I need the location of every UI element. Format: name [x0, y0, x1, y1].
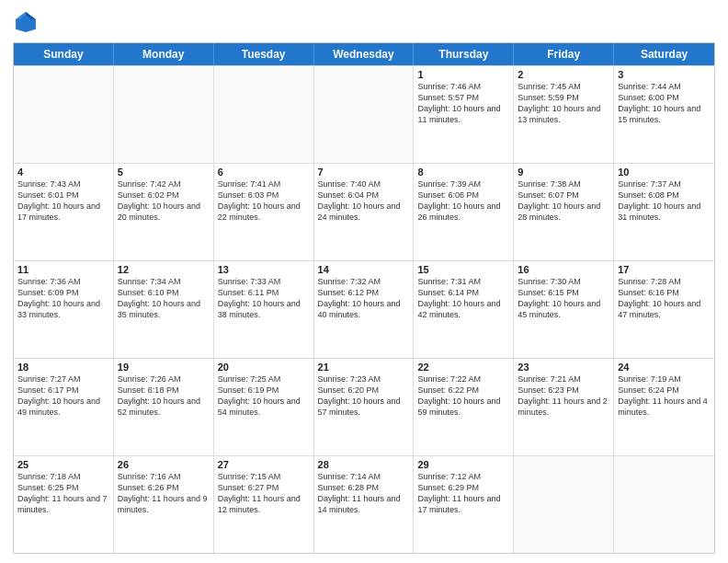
calendar-row-2: 11Sunrise: 7:36 AM Sunset: 6:09 PM Dayli…	[14, 260, 714, 358]
day-number: 9	[518, 167, 609, 178]
day-cell-12: 12Sunrise: 7:34 AM Sunset: 6:10 PM Dayli…	[114, 261, 214, 358]
day-info: Sunrise: 7:16 AM Sunset: 6:26 PM Dayligh…	[118, 471, 210, 516]
calendar-row-0: 1Sunrise: 7:46 AM Sunset: 5:57 PM Daylig…	[14, 65, 714, 163]
day-number: 2	[518, 69, 609, 80]
empty-cell-4-5	[514, 456, 614, 553]
day-number: 26	[118, 459, 210, 470]
svg-marker-0	[16, 12, 36, 32]
day-cell-23: 23Sunrise: 7:21 AM Sunset: 6:23 PM Dayli…	[514, 359, 614, 455]
day-cell-28: 28Sunrise: 7:14 AM Sunset: 6:28 PM Dayli…	[314, 456, 415, 553]
day-cell-8: 8Sunrise: 7:39 AM Sunset: 6:06 PM Daylig…	[414, 164, 514, 260]
day-info: Sunrise: 7:27 AM Sunset: 6:17 PM Dayligh…	[17, 373, 109, 419]
day-number: 6	[218, 167, 310, 178]
day-info: Sunrise: 7:30 AM Sunset: 6:15 PM Dayligh…	[518, 276, 609, 321]
day-cell-11: 11Sunrise: 7:36 AM Sunset: 6:09 PM Dayli…	[14, 261, 114, 358]
logo	[13, 9, 42, 35]
day-number: 3	[618, 69, 711, 80]
day-cell-15: 15Sunrise: 7:31 AM Sunset: 6:14 PM Dayli…	[414, 261, 514, 358]
day-number: 27	[218, 459, 310, 470]
page: SundayMondayTuesdayWednesdayThursdayFrid…	[0, 0, 728, 563]
day-cell-2: 2Sunrise: 7:45 AM Sunset: 5:59 PM Daylig…	[514, 66, 614, 163]
day-cell-20: 20Sunrise: 7:25 AM Sunset: 6:19 PM Dayli…	[214, 359, 314, 455]
day-number: 5	[118, 167, 210, 178]
day-info: Sunrise: 7:34 AM Sunset: 6:10 PM Dayligh…	[118, 276, 210, 321]
day-cell-22: 22Sunrise: 7:22 AM Sunset: 6:22 PM Dayli…	[414, 359, 514, 455]
day-info: Sunrise: 7:14 AM Sunset: 6:28 PM Dayligh…	[318, 471, 410, 516]
day-cell-17: 17Sunrise: 7:28 AM Sunset: 6:16 PM Dayli…	[614, 261, 714, 358]
day-number: 15	[417, 264, 509, 275]
day-info: Sunrise: 7:26 AM Sunset: 6:18 PM Dayligh…	[118, 373, 210, 419]
day-number: 19	[118, 362, 210, 373]
day-cell-18: 18Sunrise: 7:27 AM Sunset: 6:17 PM Dayli…	[14, 359, 114, 455]
calendar-header: SundayMondayTuesdayWednesdayThursdayFrid…	[14, 43, 714, 65]
day-cell-3: 3Sunrise: 7:44 AM Sunset: 6:00 PM Daylig…	[614, 66, 714, 163]
day-cell-24: 24Sunrise: 7:19 AM Sunset: 6:24 PM Dayli…	[614, 359, 714, 455]
logo-icon	[13, 9, 39, 35]
day-cell-13: 13Sunrise: 7:33 AM Sunset: 6:11 PM Dayli…	[214, 261, 314, 358]
day-number: 16	[518, 264, 609, 275]
day-number: 11	[17, 264, 109, 275]
calendar-row-1: 4Sunrise: 7:43 AM Sunset: 6:01 PM Daylig…	[14, 163, 714, 260]
day-cell-19: 19Sunrise: 7:26 AM Sunset: 6:18 PM Dayli…	[114, 359, 214, 455]
day-info: Sunrise: 7:18 AM Sunset: 6:25 PM Dayligh…	[17, 471, 109, 516]
header	[13, 9, 715, 35]
day-number: 8	[417, 167, 509, 178]
day-number: 14	[318, 264, 410, 275]
day-info: Sunrise: 7:12 AM Sunset: 6:29 PM Dayligh…	[417, 471, 509, 516]
day-cell-16: 16Sunrise: 7:30 AM Sunset: 6:15 PM Dayli…	[514, 261, 614, 358]
day-cell-25: 25Sunrise: 7:18 AM Sunset: 6:25 PM Dayli…	[14, 456, 114, 553]
day-cell-21: 21Sunrise: 7:23 AM Sunset: 6:20 PM Dayli…	[314, 359, 415, 455]
day-info: Sunrise: 7:46 AM Sunset: 5:57 PM Dayligh…	[417, 81, 509, 126]
calendar: SundayMondayTuesdayWednesdayThursdayFrid…	[13, 42, 715, 554]
day-info: Sunrise: 7:36 AM Sunset: 6:09 PM Dayligh…	[17, 276, 109, 321]
day-cell-10: 10Sunrise: 7:37 AM Sunset: 6:08 PM Dayli…	[614, 164, 714, 260]
day-number: 4	[17, 167, 109, 178]
day-number: 24	[618, 362, 711, 373]
day-info: Sunrise: 7:39 AM Sunset: 6:06 PM Dayligh…	[417, 178, 509, 224]
day-cell-26: 26Sunrise: 7:16 AM Sunset: 6:26 PM Dayli…	[114, 456, 214, 553]
day-cell-7: 7Sunrise: 7:40 AM Sunset: 6:04 PM Daylig…	[314, 164, 415, 260]
header-day-friday: Friday	[514, 43, 614, 65]
day-info: Sunrise: 7:28 AM Sunset: 6:16 PM Dayligh…	[618, 276, 711, 321]
day-info: Sunrise: 7:40 AM Sunset: 6:04 PM Dayligh…	[318, 178, 410, 224]
header-day-sunday: Sunday	[14, 43, 114, 65]
day-number: 22	[417, 362, 509, 373]
day-info: Sunrise: 7:19 AM Sunset: 6:24 PM Dayligh…	[618, 373, 711, 419]
day-cell-6: 6Sunrise: 7:41 AM Sunset: 6:03 PM Daylig…	[214, 164, 314, 260]
day-cell-9: 9Sunrise: 7:38 AM Sunset: 6:07 PM Daylig…	[514, 164, 614, 260]
day-number: 23	[518, 362, 609, 373]
calendar-body: 1Sunrise: 7:46 AM Sunset: 5:57 PM Daylig…	[14, 65, 714, 553]
day-info: Sunrise: 7:21 AM Sunset: 6:23 PM Dayligh…	[518, 373, 609, 419]
day-info: Sunrise: 7:43 AM Sunset: 6:01 PM Dayligh…	[17, 178, 109, 224]
day-info: Sunrise: 7:45 AM Sunset: 5:59 PM Dayligh…	[518, 81, 609, 126]
day-info: Sunrise: 7:33 AM Sunset: 6:11 PM Dayligh…	[218, 276, 310, 321]
day-number: 25	[17, 459, 109, 470]
day-info: Sunrise: 7:44 AM Sunset: 6:00 PM Dayligh…	[618, 81, 711, 126]
day-cell-4: 4Sunrise: 7:43 AM Sunset: 6:01 PM Daylig…	[14, 164, 114, 260]
day-cell-5: 5Sunrise: 7:42 AM Sunset: 6:02 PM Daylig…	[114, 164, 214, 260]
day-number: 18	[17, 362, 109, 373]
day-number: 29	[417, 459, 509, 470]
day-info: Sunrise: 7:41 AM Sunset: 6:03 PM Dayligh…	[218, 178, 310, 224]
day-info: Sunrise: 7:22 AM Sunset: 6:22 PM Dayligh…	[417, 373, 509, 419]
day-number: 10	[618, 167, 711, 178]
day-cell-1: 1Sunrise: 7:46 AM Sunset: 5:57 PM Daylig…	[414, 66, 514, 163]
day-cell-27: 27Sunrise: 7:15 AM Sunset: 6:27 PM Dayli…	[214, 456, 314, 553]
day-cell-14: 14Sunrise: 7:32 AM Sunset: 6:12 PM Dayli…	[314, 261, 415, 358]
day-info: Sunrise: 7:32 AM Sunset: 6:12 PM Dayligh…	[318, 276, 410, 321]
header-day-tuesday: Tuesday	[214, 43, 314, 65]
day-info: Sunrise: 7:37 AM Sunset: 6:08 PM Dayligh…	[618, 178, 711, 224]
day-cell-29: 29Sunrise: 7:12 AM Sunset: 6:29 PM Dayli…	[414, 456, 514, 553]
day-info: Sunrise: 7:31 AM Sunset: 6:14 PM Dayligh…	[417, 276, 509, 321]
empty-cell-0-1	[114, 66, 214, 163]
day-number: 12	[118, 264, 210, 275]
day-info: Sunrise: 7:42 AM Sunset: 6:02 PM Dayligh…	[118, 178, 210, 224]
day-number: 7	[318, 167, 410, 178]
day-info: Sunrise: 7:15 AM Sunset: 6:27 PM Dayligh…	[218, 471, 310, 516]
empty-cell-0-3	[314, 66, 415, 163]
day-info: Sunrise: 7:25 AM Sunset: 6:19 PM Dayligh…	[218, 373, 310, 419]
day-number: 28	[318, 459, 410, 470]
empty-cell-0-0	[14, 66, 114, 163]
header-day-wednesday: Wednesday	[314, 43, 415, 65]
day-number: 17	[618, 264, 711, 275]
